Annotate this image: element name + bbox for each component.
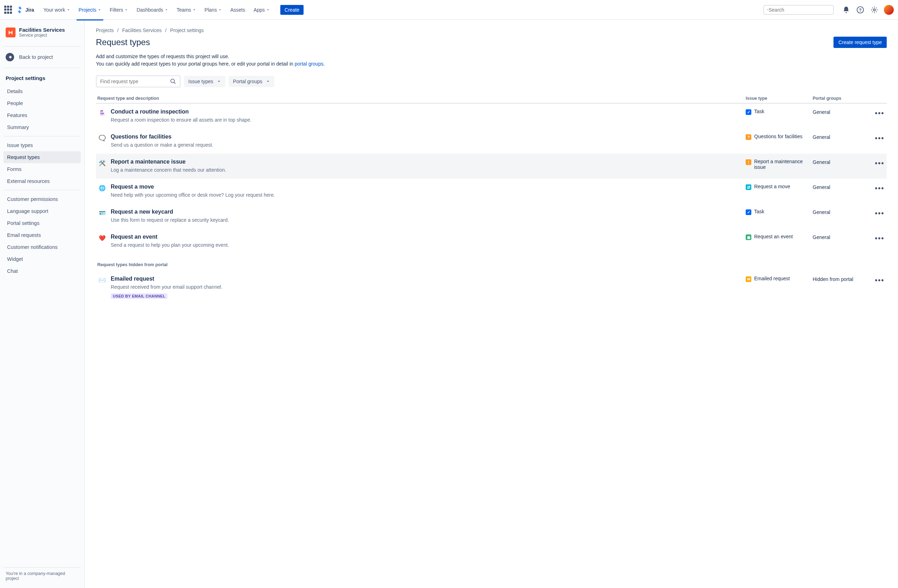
issue-type-icon: ✓ xyxy=(746,209,751,215)
request-type-tag: USED BY EMAIL CHANNEL xyxy=(111,293,168,299)
issue-type-icon: ! xyxy=(746,159,751,165)
row-actions-button[interactable]: ••• xyxy=(875,134,884,143)
profile-avatar[interactable] xyxy=(884,5,894,15)
request-type-row[interactable]: ✉️Emailed requestRequest received from y… xyxy=(96,271,887,305)
svg-line-6 xyxy=(174,82,175,84)
nav-item-plans[interactable]: Plans xyxy=(201,4,225,15)
nav-item-your-work[interactable]: Your work xyxy=(40,4,74,15)
sidebar-item-summary[interactable]: Summary xyxy=(3,121,81,133)
project-header[interactable]: Facilities Services Service project xyxy=(3,27,81,43)
sidebar-item-request-types[interactable]: Request types xyxy=(3,151,81,163)
col-issue-type: Issue type xyxy=(746,96,813,101)
sidebar-item-widget[interactable]: Widget xyxy=(3,253,81,265)
sidebar-item-customer-permissions[interactable]: Customer permissions xyxy=(3,193,81,205)
create-button[interactable]: Create xyxy=(280,5,304,15)
request-type-icon: 🪪 xyxy=(98,209,106,217)
portal-group-label: General xyxy=(813,159,873,165)
col-request-type: Request type and description xyxy=(96,96,746,101)
breadcrumb-projects[interactable]: Projects xyxy=(96,28,114,33)
request-type-desc: Need help with your upcoming office or d… xyxy=(111,192,739,198)
issue-type-icon: ✉ xyxy=(746,276,751,282)
portal-group-label: General xyxy=(813,134,873,140)
breadcrumb: Projects/Facilities Services/Project set… xyxy=(96,28,887,33)
sidebar-item-forms[interactable]: Forms xyxy=(3,163,81,175)
request-type-row[interactable]: 🪪Request a new keycardUse this form to r… xyxy=(96,204,887,229)
svg-point-4 xyxy=(873,9,875,11)
request-type-row[interactable]: 🪑Conduct a routine inspectionRequest a r… xyxy=(96,104,887,129)
chevron-down-icon xyxy=(67,8,70,12)
sidebar-item-customer-notifications[interactable]: Customer notifications xyxy=(3,241,81,253)
sidebar-item-issue-types[interactable]: Issue types xyxy=(3,139,81,151)
sidebar-item-features[interactable]: Features xyxy=(3,109,81,121)
sidebar-footer: You're in a company-managed project xyxy=(3,567,81,585)
issue-type-icon: ✓ xyxy=(746,109,751,115)
chevron-down-icon xyxy=(266,79,270,84)
request-type-row[interactable]: 🗨️Questions for facilitiesSend us a ques… xyxy=(96,129,887,154)
col-portal-groups: Portal groups xyxy=(813,96,873,101)
request-type-name: Conduct a routine inspection xyxy=(111,109,739,115)
global-search[interactable] xyxy=(763,5,834,15)
request-type-name: Request a move xyxy=(111,184,739,190)
request-type-icon: ✉️ xyxy=(98,276,106,284)
jira-logo[interactable]: Jira xyxy=(15,6,34,14)
request-type-desc: Send a request to help you plan your upc… xyxy=(111,242,739,248)
main-content: Projects/Facilities Services/Project set… xyxy=(85,20,898,588)
request-type-row[interactable]: 🌐Request a moveNeed help with your upcom… xyxy=(96,179,887,204)
nav-items: Your workProjectsFiltersDashboardsTeamsP… xyxy=(40,4,273,15)
portal-groups-filter[interactable]: Portal groups xyxy=(229,76,274,87)
request-type-row[interactable]: 🛠️Report a maintenance issueLog a mainte… xyxy=(96,154,887,179)
sidebar-item-portal-settings[interactable]: Portal settings xyxy=(3,217,81,229)
request-type-name: Request a new keycard xyxy=(111,209,739,215)
row-actions-button[interactable]: ••• xyxy=(875,209,884,218)
breadcrumb-project-settings[interactable]: Project settings xyxy=(170,28,204,33)
sidebar-item-external-resources[interactable]: External resources xyxy=(3,175,81,187)
search-icon xyxy=(170,78,176,84)
sidebar-item-people[interactable]: People xyxy=(3,97,81,109)
request-type-row[interactable]: ❤️Request an eventSend a request to help… xyxy=(96,229,887,254)
filter-bar: Issue types Portal groups xyxy=(96,75,887,88)
find-input[interactable] xyxy=(100,78,170,84)
request-type-icon: ❤️ xyxy=(98,234,106,242)
row-actions-button[interactable]: ••• xyxy=(875,184,884,192)
project-name: Facilities Services xyxy=(19,27,65,33)
app-switcher-icon[interactable] xyxy=(4,6,13,14)
row-actions-button[interactable]: ••• xyxy=(875,159,884,167)
sidebar-heading: Project settings xyxy=(3,71,81,85)
portal-groups-link[interactable]: portal groups xyxy=(295,61,324,67)
row-actions-button[interactable]: ••• xyxy=(875,276,884,284)
row-actions-button[interactable]: ••• xyxy=(875,235,884,243)
back-to-project-link[interactable]: Back to project xyxy=(3,49,81,65)
sidebar: Facilities Services Service project Back… xyxy=(0,20,85,588)
find-request-type-field[interactable] xyxy=(96,75,180,88)
nav-item-filters[interactable]: Filters xyxy=(106,4,132,15)
search-input[interactable] xyxy=(769,7,830,13)
sidebar-item-chat[interactable]: Chat xyxy=(3,265,81,277)
nav-item-assets[interactable]: Assets xyxy=(227,4,249,15)
nav-item-apps[interactable]: Apps xyxy=(250,4,273,15)
help-icon[interactable]: ? xyxy=(856,5,865,14)
nav-item-dashboards[interactable]: Dashboards xyxy=(133,4,172,15)
nav-item-projects[interactable]: Projects xyxy=(75,4,105,15)
issue-type-label: Request a move xyxy=(754,184,790,189)
issue-type-label: Task xyxy=(754,109,764,114)
hidden-section-heading: Request types hidden from portal xyxy=(97,262,887,267)
issue-types-filter[interactable]: Issue types xyxy=(184,76,225,87)
row-actions-button[interactable]: ••• xyxy=(875,109,884,117)
breadcrumb-facilities-services[interactable]: Facilities Services xyxy=(122,28,161,33)
nav-item-teams[interactable]: Teams xyxy=(173,4,200,15)
portal-group-label: General xyxy=(813,184,873,190)
sidebar-item-details[interactable]: Details xyxy=(3,85,81,97)
request-type-desc: Send us a question or make a general req… xyxy=(111,142,739,148)
create-request-type-button[interactable]: Create request type xyxy=(833,37,887,48)
svg-point-5 xyxy=(171,79,175,83)
top-nav: Jira Your workProjectsFiltersDashboardsT… xyxy=(0,0,898,20)
notifications-icon[interactable] xyxy=(841,5,851,14)
sidebar-item-email-requests[interactable]: Email requests xyxy=(3,229,81,241)
settings-icon[interactable] xyxy=(870,5,879,14)
page-title: Request types xyxy=(96,37,150,47)
request-type-name: Report a maintenance issue xyxy=(111,159,739,165)
issue-type-icon: ◼ xyxy=(746,235,751,240)
request-type-desc: Log a maintenance concern that needs our… xyxy=(111,167,739,173)
back-label: Back to project xyxy=(19,54,53,60)
sidebar-item-language-support[interactable]: Language support xyxy=(3,205,81,217)
